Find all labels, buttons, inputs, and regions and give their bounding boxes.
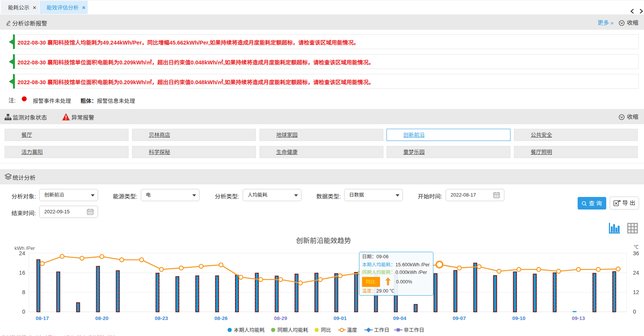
- svg-text:8: 8: [22, 289, 25, 295]
- svg-text:工作日: 工作日: [374, 326, 390, 333]
- svg-text:08-29: 08-29: [274, 315, 287, 321]
- svg-text:08-20: 08-20: [95, 315, 109, 321]
- svg-text:同期人均能耗: 同期人均能耗: [277, 326, 308, 333]
- svg-text:24: 24: [19, 250, 25, 256]
- svg-text:本期人均能耗: 本期人均能耗: [234, 326, 265, 333]
- svg-text:24: 24: [633, 270, 639, 276]
- svg-text:0: 0: [633, 309, 636, 315]
- svg-text:创新前沿能效趋势: 创新前沿能效趋势: [296, 235, 351, 245]
- svg-text:08-26: 08-26: [214, 315, 228, 321]
- svg-text:36: 36: [633, 250, 639, 256]
- svg-text:温度: 温度: [347, 326, 357, 333]
- svg-text:12: 12: [633, 289, 639, 295]
- svg-text:08-17: 08-17: [36, 315, 49, 321]
- svg-text:09-04: 09-04: [393, 315, 406, 321]
- svg-text:℃: ℃: [634, 243, 639, 250]
- svg-text:09-13: 09-13: [572, 315, 585, 321]
- svg-text:16: 16: [19, 270, 25, 276]
- svg-text:同比: 同比: [321, 326, 331, 333]
- svg-text:09-10: 09-10: [512, 315, 526, 321]
- svg-text:09-07: 09-07: [453, 315, 466, 321]
- svg-text:0: 0: [22, 309, 25, 315]
- svg-text:08-23: 08-23: [155, 315, 168, 321]
- svg-text:非工作日: 非工作日: [404, 326, 424, 333]
- svg-text:09-01: 09-01: [333, 315, 347, 321]
